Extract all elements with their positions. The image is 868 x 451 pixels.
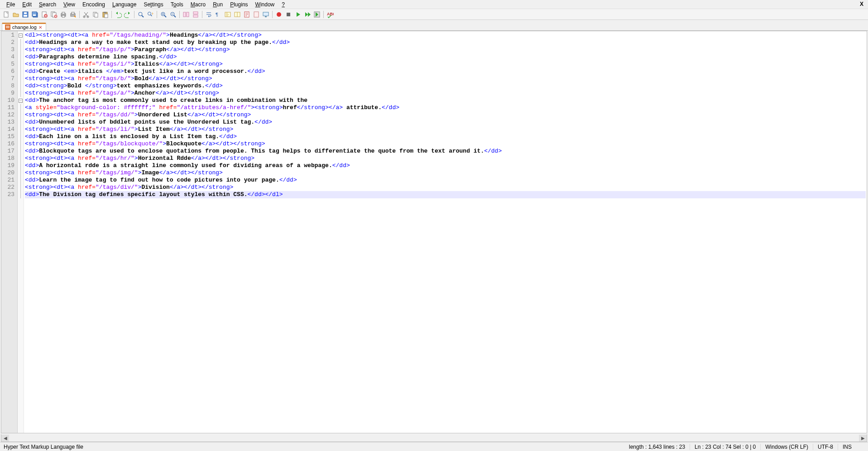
record-macro-icon[interactable] (274, 10, 283, 19)
undo-icon[interactable] (114, 10, 123, 19)
code-line[interactable]: <dd>Paragraphs determine line spacing.</… (25, 53, 866, 61)
svg-rect-28 (183, 12, 186, 17)
menu-plugins[interactable]: Plugins (226, 0, 251, 9)
menu-run[interactable]: Run (209, 0, 226, 9)
code-line[interactable]: <dd>The anchor tag is most commonly used… (25, 97, 866, 104)
menu-window[interactable]: Window (252, 0, 278, 9)
code-line[interactable]: <dd>Create <em>italics </em>text just li… (25, 68, 866, 75)
monitor-icon[interactable] (261, 10, 270, 19)
code-line[interactable]: <strong><dt><a href="/tags/blockquote/">… (25, 140, 866, 148)
menu-language[interactable]: Language (109, 0, 140, 9)
new-file-icon[interactable] (2, 10, 11, 19)
fold-line (18, 126, 24, 133)
cut-icon[interactable] (82, 10, 91, 19)
code-line[interactable]: <dd>The Division tag defines specific la… (25, 191, 866, 198)
file-tab[interactable]: change.log ✕ (2, 23, 46, 30)
code-line[interactable]: <strong><dt><a href="/tags/i/">Italics</… (25, 61, 866, 68)
code-line[interactable]: <strong><dt><a href="/tags/hr/">Horizont… (25, 155, 866, 162)
close-all-icon[interactable] (49, 10, 58, 19)
window-close-button[interactable]: X (858, 1, 865, 8)
svg-rect-6 (33, 14, 36, 16)
code-line[interactable]: <a style="background-color: #ffffff;" hr… (25, 104, 866, 111)
replace-icon[interactable] (146, 10, 155, 19)
sync-v-icon[interactable] (182, 10, 191, 19)
indent-guide-icon[interactable] (223, 10, 232, 19)
open-file-icon[interactable] (11, 10, 20, 19)
line-number: 19 (6, 162, 14, 169)
menu-help[interactable]: ? (278, 0, 288, 9)
menu-macro[interactable]: Macro (187, 0, 209, 9)
code-line[interactable]: <strong><dt><a href="/tags/p/">Paragraph… (25, 46, 866, 53)
svg-point-38 (277, 12, 281, 17)
zoom-out-icon[interactable] (168, 10, 177, 19)
svg-point-25 (148, 12, 151, 15)
line-number: 21 (6, 177, 14, 184)
menu-file[interactable]: File (3, 0, 19, 9)
svg-rect-37 (263, 12, 269, 16)
fold-line (18, 177, 24, 184)
scroll-left-arrow-icon[interactable]: ◀ (1, 435, 9, 441)
play-macro-icon[interactable] (293, 10, 302, 19)
tab-close-icon[interactable]: ✕ (38, 25, 43, 29)
doc1-icon[interactable] (242, 10, 251, 19)
code-line[interactable]: <strong><dt><a href="/tags/dd/">Unordere… (25, 111, 866, 119)
copy-icon[interactable] (91, 10, 100, 19)
svg-rect-29 (187, 12, 189, 17)
tab-label: change.log (12, 24, 37, 30)
play-multi-icon[interactable] (303, 10, 312, 19)
line-number: 13 (6, 119, 14, 126)
code-line[interactable]: <dd>Headings are a way to make text stan… (25, 39, 866, 46)
fold-toggle-icon[interactable]: − (18, 97, 24, 104)
line-number: 2 (6, 39, 14, 46)
horizontal-scrollbar[interactable]: ◀ ▶ (1, 434, 867, 442)
close-icon[interactable] (40, 10, 49, 19)
menu-search[interactable]: Search (35, 0, 60, 9)
save-all-icon[interactable] (30, 10, 39, 19)
redo-icon[interactable] (123, 10, 132, 19)
menubar: File Edit Search View Encoding Language … (0, 0, 868, 9)
code-line[interactable]: <dl><strong><dt><a href="/tags/heading/"… (25, 32, 866, 39)
print-icon[interactable] (59, 10, 68, 19)
code-line[interactable]: <strong><dt><a href="/tags/img/">Image</… (25, 169, 866, 177)
sync-h-icon[interactable] (191, 10, 200, 19)
code-line[interactable]: <dd>Blockquote tags are used to enclose … (25, 148, 866, 155)
code-line[interactable]: <dd><strong>Bold </strong>text emphasize… (25, 82, 866, 90)
doc2-icon[interactable] (252, 10, 261, 19)
code-line[interactable]: <strong><dt><a href="/tags/a/">Anchor</a… (25, 90, 866, 97)
code-line[interactable]: <strong><dt><a href="/tags/b/">Bold</a><… (25, 75, 866, 82)
paste-icon[interactable] (101, 10, 110, 19)
toolbar-separator (179, 11, 180, 18)
print-now-icon[interactable] (68, 10, 77, 19)
save-macro-icon[interactable] (312, 10, 321, 19)
code-line[interactable]: <dd>Unnumbered lists of bddlet points us… (25, 119, 866, 126)
line-number: 7 (6, 75, 14, 82)
fold-line (18, 68, 24, 75)
fold-line (18, 133, 24, 140)
menu-encoding[interactable]: Encoding (79, 0, 109, 9)
zoom-in-icon[interactable] (159, 10, 168, 19)
code-line[interactable]: <strong><dt><a href="/tags/div/">Divisio… (25, 184, 866, 191)
toolbar-separator (202, 11, 202, 18)
code-area[interactable]: <dl><strong><dt><a href="/tags/heading/"… (24, 31, 867, 433)
toolbar: ¶ABC (0, 9, 868, 20)
code-line[interactable]: <dd>A horizontal rdde is a straight line… (25, 162, 866, 169)
menu-view[interactable]: View (60, 0, 79, 9)
menu-edit[interactable]: Edit (19, 0, 35, 9)
save-icon[interactable] (21, 10, 30, 19)
scroll-right-arrow-icon[interactable]: ▶ (859, 435, 867, 441)
fold-line (18, 140, 24, 148)
wordwrap-icon[interactable] (204, 10, 213, 19)
code-line[interactable]: <strong><dt><a href="/tags/li/">List Ite… (25, 126, 866, 133)
menu-tools[interactable]: Tools (167, 0, 187, 9)
line-number: 3 (6, 46, 14, 53)
menu-settings[interactable]: Settings (140, 0, 167, 9)
show-all-icon[interactable]: ¶ (214, 10, 223, 19)
spellcheck-icon[interactable]: ABC (326, 10, 335, 19)
find-icon[interactable] (136, 10, 145, 19)
fold-column[interactable]: −− (18, 31, 24, 433)
code-line[interactable]: <dd>Learn the image tag to find out how … (25, 177, 866, 184)
folder-icon[interactable] (233, 10, 242, 19)
code-line[interactable]: <dd>Each line on a list is enclosed by a… (25, 133, 866, 140)
fold-toggle-icon[interactable]: − (18, 32, 24, 39)
stop-macro-icon[interactable] (284, 10, 293, 19)
